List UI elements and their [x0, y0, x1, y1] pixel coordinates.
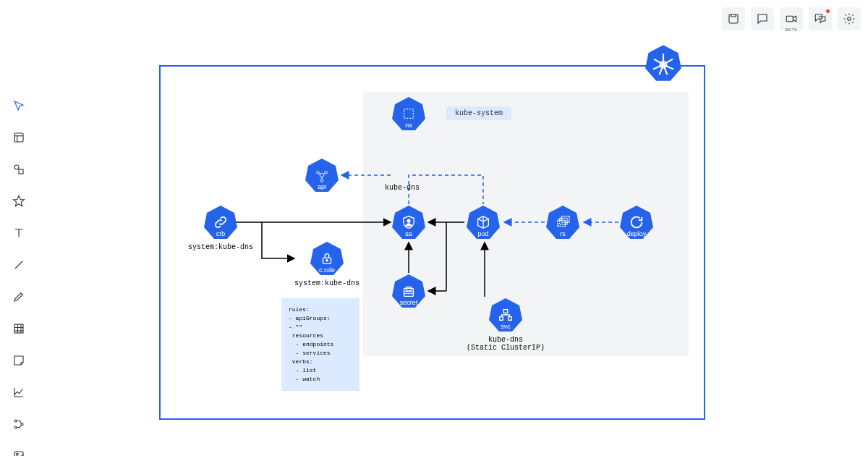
sa-caption: kube-dns: [385, 184, 420, 192]
kubernetes-logo[interactable]: [644, 43, 683, 83]
video-icon: [785, 12, 798, 25]
gear-icon: [843, 12, 856, 25]
svg-point-18: [16, 453, 18, 455]
pen-tool[interactable]: [7, 285, 30, 308]
pen-icon: [12, 290, 25, 303]
node-caption: system:kube-dns: [188, 243, 253, 251]
text-tool[interactable]: [7, 221, 30, 245]
svg-line-46: [318, 173, 320, 174]
user-shield-icon: [401, 214, 417, 230]
svg-rect-7: [19, 169, 23, 174]
note-icon: [727, 12, 740, 25]
connector-icon: [12, 418, 25, 431]
node-label: svc: [501, 323, 511, 330]
comment-icon: [756, 12, 769, 25]
svg-point-52: [326, 259, 328, 261]
refresh-icon: [629, 214, 644, 230]
node-deploy[interactable]: deploy: [618, 204, 655, 240]
node-crb[interactable]: crb system:kube-dns: [188, 204, 253, 251]
node-ns[interactable]: ns: [391, 96, 427, 132]
table-icon: [12, 322, 25, 335]
shapes-icon: [12, 163, 25, 176]
line-icon: [12, 258, 25, 271]
shapes-tool[interactable]: [7, 158, 30, 181]
connector-tool[interactable]: [7, 413, 30, 436]
sticky-tool[interactable]: [7, 349, 30, 372]
notification-dot: [826, 9, 830, 13]
text-icon: [12, 227, 25, 240]
star-icon: [12, 195, 25, 208]
chart-tool[interactable]: [7, 381, 30, 404]
svg-rect-3: [14, 133, 23, 142]
chat-button[interactable]: [809, 7, 832, 30]
node-sa[interactable]: sa: [391, 204, 427, 240]
secret-icon: [401, 283, 417, 299]
chart-icon: [12, 386, 25, 399]
svg-rect-1: [786, 16, 793, 22]
svg-rect-62: [404, 288, 414, 296]
svg-point-45: [320, 180, 323, 182]
comment-button[interactable]: [751, 7, 774, 30]
node-label: c.role: [319, 266, 335, 274]
beta-badge: BETA: [785, 28, 797, 32]
settings-button[interactable]: [838, 7, 861, 30]
svg-point-16: [14, 426, 17, 428]
link-icon: [213, 214, 229, 230]
video-button[interactable]: BETA: [780, 7, 803, 30]
svg-point-54: [407, 219, 411, 223]
chat-icon: [814, 12, 827, 25]
template-tool[interactable]: [7, 126, 30, 149]
svg-rect-40: [404, 109, 414, 119]
node-secret[interactable]: secret: [391, 273, 427, 309]
node-caption: system:kube-dns: [294, 279, 359, 287]
svg-rect-9: [14, 324, 23, 333]
favorite-tool[interactable]: [7, 190, 30, 213]
node-label: sa: [405, 230, 412, 237]
svg-rect-58: [559, 219, 567, 224]
line-tool[interactable]: [7, 253, 30, 276]
svg-line-8: [15, 261, 23, 269]
svg-rect-68: [500, 317, 503, 321]
table-tool[interactable]: [7, 317, 30, 340]
svg-rect-63: [406, 287, 411, 292]
namespace-label: kube-system: [446, 106, 511, 120]
node-label: crb: [216, 230, 226, 237]
svg-point-6: [14, 165, 19, 169]
sticky-icon: [12, 354, 25, 367]
node-label: deploy: [627, 230, 647, 237]
cursor-tool[interactable]: [7, 94, 30, 117]
svg-line-47: [324, 173, 326, 174]
svg-point-15: [21, 423, 23, 426]
notes-button[interactable]: [722, 7, 745, 30]
api-icon: [314, 167, 330, 183]
node-pod[interactable]: pod: [465, 204, 501, 240]
node-svc[interactable]: svc kube-dns (Static ClusterIP): [467, 297, 545, 352]
svg-point-42: [320, 173, 324, 177]
diagram-frame[interactable]: kube-system ns: [159, 65, 705, 420]
cursor-icon: [12, 99, 25, 112]
node-rs[interactable]: rs: [545, 204, 581, 240]
top-toolbar: BETA: [722, 7, 861, 30]
node-label: ns: [405, 122, 412, 129]
node-caption: kube-dns (Static ClusterIP): [467, 336, 545, 352]
image-tool[interactable]: [7, 444, 30, 456]
svg-rect-0: [729, 14, 738, 23]
template-icon: [12, 131, 25, 144]
rules-box[interactable]: rules: - apiGroups: - "" resources - end…: [281, 298, 359, 391]
node-label: api: [318, 183, 326, 190]
replicas-icon: [555, 214, 571, 230]
node-api[interactable]: api: [304, 157, 340, 193]
svg-rect-67: [503, 310, 508, 313]
lock-icon: [319, 250, 335, 266]
cube-icon: [475, 214, 491, 230]
node-label: pod: [477, 230, 488, 237]
image-icon: [12, 449, 25, 456]
node-crole[interactable]: c.role system:kube-dns: [294, 240, 359, 287]
node-label: secret: [400, 299, 418, 306]
left-toolbar: •••: [7, 94, 30, 456]
namespace-icon: [401, 106, 417, 122]
service-icon: [498, 307, 514, 323]
svg-point-2: [848, 17, 851, 21]
svg-point-14: [14, 420, 17, 422]
svg-rect-69: [509, 317, 512, 321]
